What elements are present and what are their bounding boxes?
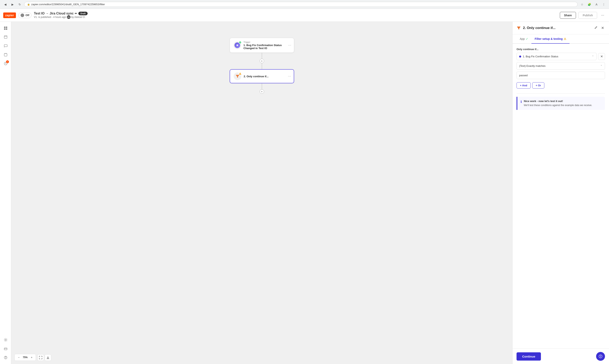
info-content: Nice work - now let's test it out! We'll… xyxy=(524,100,592,107)
panel-close-button[interactable]: ✕ xyxy=(600,25,605,31)
filter-node[interactable]: ! 2. Only continue if... ··· xyxy=(230,69,294,83)
svg-rect-11 xyxy=(4,348,7,350)
tab-app-check-icon: ✓ xyxy=(526,37,528,40)
condition-field-select[interactable]: 1. Bug Fix Confirmation Status ⌃ xyxy=(516,53,596,60)
toggle-container[interactable]: Off xyxy=(18,13,31,18)
condition-delete-button[interactable]: ✕ xyxy=(598,53,605,60)
match-type-text: (Text) Exactly matches xyxy=(519,65,546,67)
app-header: zapier Off Test IO → Jira Cloud sync ✏ D… xyxy=(0,9,609,22)
extensions-button[interactable]: 🧩 xyxy=(586,2,592,7)
svg-rect-6 xyxy=(4,53,7,56)
svg-point-15 xyxy=(237,45,238,46)
sidebar-icon-templates[interactable] xyxy=(2,33,10,41)
sidebar-icon-apps[interactable] xyxy=(2,24,10,32)
profile-button[interactable]: A xyxy=(594,2,599,7)
panel-footer: Continue ? xyxy=(512,349,609,364)
info-box: ℹ Nice work - now let's test it out! We'… xyxy=(516,97,605,110)
trigger-info: Trigger 1. Bug Fix Confirmation Status C… xyxy=(244,41,282,50)
panel-filter-icon xyxy=(516,26,521,30)
connector-2: + xyxy=(260,83,264,94)
published-text: is published - 4 hours ago xyxy=(38,16,66,18)
publish-button[interactable]: Publish xyxy=(578,12,597,19)
forward-button[interactable]: ▶ xyxy=(10,2,15,7)
match-value-input[interactable] xyxy=(516,72,605,79)
svg-rect-4 xyxy=(4,36,7,39)
svg-point-10 xyxy=(5,339,6,340)
svg-rect-1 xyxy=(6,26,7,28)
trigger-title: 1. Bug Fix Confirmation Status Changed i… xyxy=(244,44,282,50)
fit-view-button[interactable] xyxy=(38,354,44,361)
add-step-1-button[interactable]: + xyxy=(260,59,264,63)
svg-rect-3 xyxy=(6,28,7,30)
svg-text:?: ? xyxy=(600,355,601,358)
and-button[interactable]: + And xyxy=(516,82,531,89)
author-avatar: Ao xyxy=(67,15,70,19)
trigger-title-line2: Changed in Test IO xyxy=(244,47,267,50)
section-label: Only continue if... xyxy=(516,48,605,51)
sidebar-icon-settings[interactable] xyxy=(2,336,10,344)
condition-select-left: 1. Bug Fix Confirmation Status xyxy=(519,55,558,58)
sidebar-icon-schedule[interactable] xyxy=(2,51,10,59)
sidebar-icon-help[interactable] xyxy=(2,353,10,362)
right-panel: 2. Only continue if... ✕ App ✓ Filter se… xyxy=(512,22,609,364)
condition-dot xyxy=(519,55,521,58)
url-text: zapier.com/editor/229965041/draft/_GEN_1… xyxy=(31,3,105,6)
back-button[interactable]: ◀ xyxy=(2,2,8,7)
zap-subtitle: V1. is published - 4 hours ago Ao by Ale… xyxy=(34,15,88,19)
or-button[interactable]: + Or xyxy=(532,82,544,89)
canvas-area: Trigger 1. Bug Fix Confirmation Status C… xyxy=(11,22,512,364)
sidebar-icon-billing[interactable] xyxy=(2,345,10,353)
trigger-label: Trigger xyxy=(244,41,282,43)
activity-badge: 1 xyxy=(6,60,9,63)
info-title: Nice work - now let's test it out! xyxy=(524,100,592,103)
tab-app[interactable]: App ✓ xyxy=(516,34,531,44)
version-text: V1. xyxy=(34,16,38,18)
workflow-container: Trigger 1. Bug Fix Confirmation Status C… xyxy=(11,22,512,94)
sidebar-icon-messages[interactable] xyxy=(2,42,10,50)
toggle-label: Off xyxy=(25,14,29,17)
tab-filter-label: Filter setup & testing xyxy=(535,37,563,40)
condition-field-text: 1. Bug Fix Confirmation Status xyxy=(523,55,558,58)
match-type-select[interactable]: (Text) Exactly matches ⌃ xyxy=(516,62,605,70)
help-button[interactable]: ? xyxy=(596,352,605,361)
connector-1: + xyxy=(260,53,264,69)
header-more-button[interactable]: ··· xyxy=(599,12,606,18)
refresh-button[interactable]: ↻ xyxy=(17,2,23,7)
zapier-logo: zapier xyxy=(3,13,16,18)
trigger-icon-wrap xyxy=(234,41,241,49)
lock-icon: 🔒 xyxy=(27,3,30,6)
logic-buttons: + And + Or xyxy=(516,82,605,89)
svg-rect-0 xyxy=(4,26,5,28)
canvas-controls: − 75% + xyxy=(14,354,36,361)
zoom-in-button[interactable]: + xyxy=(29,355,34,360)
condition-row: 1. Bug Fix Confirmation Status ⌃ ✕ xyxy=(516,53,605,60)
filter-info: 2. Only continue if... xyxy=(244,75,269,78)
svg-rect-2 xyxy=(4,28,5,30)
continue-button[interactable]: Continue xyxy=(516,352,541,361)
zoom-out-button[interactable]: − xyxy=(16,355,21,360)
filter-menu-button[interactable]: ··· xyxy=(288,75,291,78)
panel-title: 2. Only continue if... xyxy=(523,26,592,30)
svg-text:!: ! xyxy=(240,73,240,75)
info-text: We'll test these conditions against the … xyxy=(524,104,592,107)
zap-title-text: Test IO → Jira Cloud sync xyxy=(34,12,73,15)
filter-icon-wrap: ! xyxy=(234,72,241,80)
edit-title-icon[interactable]: ✏ xyxy=(75,12,77,15)
browser-chrome: ◀ ▶ ↻ 🔒 zapier.com/editor/229965041/draf… xyxy=(0,0,609,9)
bookmark-button[interactable]: ☆ xyxy=(579,2,585,7)
share-button[interactable]: Share xyxy=(560,12,576,19)
author-text: by Aleksei O. xyxy=(71,16,85,18)
left-sidebar: 1 xyxy=(0,22,11,364)
download-button[interactable] xyxy=(45,354,51,361)
add-step-2-button[interactable]: + xyxy=(260,89,264,94)
tab-app-label: App xyxy=(520,37,525,40)
tab-filter-setup[interactable]: Filter setup & testing ⚠ xyxy=(531,34,569,44)
sidebar-icon-activity[interactable]: 1 xyxy=(2,60,10,68)
address-bar[interactable]: 🔒 zapier.com/editor/229965041/draft/_GEN… xyxy=(24,2,578,7)
zoom-level: 75% xyxy=(22,356,28,359)
panel-edit-button[interactable] xyxy=(594,25,598,31)
filter-status-warn: ! xyxy=(238,72,242,75)
trigger-node[interactable]: Trigger 1. Bug Fix Confirmation Status C… xyxy=(230,38,294,53)
trigger-menu-button[interactable]: ··· xyxy=(288,43,291,47)
browser-more-button[interactable]: ⋮ xyxy=(601,2,607,7)
